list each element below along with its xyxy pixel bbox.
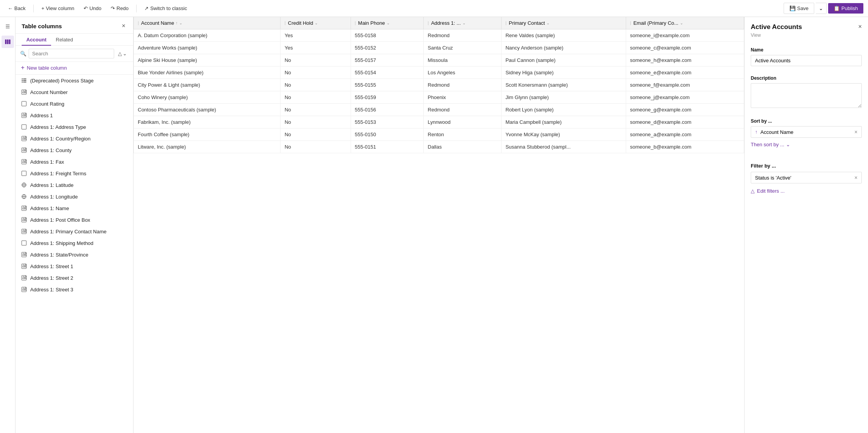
table-cell: Blue Yonder Airlines (sample) (134, 67, 281, 79)
column-header[interactable]: |Email (Primary Co...⌄ (626, 17, 744, 29)
redo-button[interactable]: ↷ Redo (108, 4, 132, 13)
new-column-label: New table column (27, 65, 67, 71)
sidebar-item[interactable]: abcAddress 1: Name (15, 202, 133, 214)
table-cell: Sidney Higa (sample) (502, 67, 626, 79)
filter-remove-button[interactable]: × (854, 175, 858, 181)
col-header-label: Address 1: ... (431, 20, 461, 26)
table-row[interactable]: Litware, Inc. (sample)No555-0151DallasSu… (134, 141, 744, 153)
col-header-label: Primary Contact (509, 20, 545, 26)
svg-text:abc: abc (22, 113, 27, 118)
save-button[interactable]: 💾 Save (784, 3, 815, 14)
column-type-icon (21, 193, 27, 200)
grid-container[interactable]: |Account Name↑⌄|Credit Hold⌄|Main Phone⌄… (134, 17, 744, 433)
col-divider-icon: | (630, 21, 631, 25)
sidebar-item[interactable]: abcAddress 1: Primary Contact Name (15, 226, 133, 237)
sort-item: ↑ Account Name × (751, 126, 862, 138)
sort-dropdown-icon[interactable]: ⌄ (462, 21, 466, 25)
column-label: Address 1: County (30, 147, 72, 153)
sidebar-item[interactable]: abcAddress 1: Street 2 (15, 272, 133, 284)
sort-dropdown-icon[interactable]: ⌄ (387, 21, 390, 25)
sidebar-item[interactable]: Address 1: Shipping Method (15, 237, 133, 249)
svg-rect-21 (22, 171, 26, 176)
sidebar-item[interactable]: (Deprecated) Process Stage (15, 75, 133, 86)
sidebar-item[interactable]: abcAddress 1: Post Office Box (15, 214, 133, 226)
table-row[interactable]: A. Datum Corporation (sample)Yes555-0158… (134, 29, 744, 42)
column-header[interactable]: |Account Name↑⌄ (134, 17, 281, 29)
sort-dropdown-icon[interactable]: ⌄ (315, 21, 318, 25)
table-row[interactable]: Alpine Ski House (sample)No555-0157Misso… (134, 54, 744, 67)
save-dropdown-button[interactable]: ⌄ (816, 3, 827, 14)
table-row[interactable]: Coho Winery (sample)No555-0159PhoenixJim… (134, 91, 744, 104)
column-label: (Deprecated) Process Stage (30, 78, 94, 84)
column-type-icon: abc (21, 89, 27, 95)
sidebar-item[interactable]: Address 1: Latitude (15, 179, 133, 191)
svg-text:abc: abc (22, 287, 27, 292)
sidebar-item[interactable]: abcAccount Number (15, 86, 133, 98)
table-cell: Alpine Ski House (sample) (134, 54, 281, 67)
table-cell: 555-0154 (351, 67, 424, 79)
svg-rect-2 (9, 39, 10, 44)
edit-filters-button[interactable]: △ Edit filters ... (751, 187, 785, 195)
table-cell: 555-0151 (351, 141, 424, 153)
svg-rect-14 (22, 125, 26, 129)
column-type-icon: abc (21, 205, 27, 211)
sort-dropdown-icon[interactable]: ⌄ (546, 21, 550, 25)
column-header[interactable]: |Primary Contact⌄ (502, 17, 626, 29)
switch-classic-button[interactable]: ↗ Switch to classic (141, 4, 190, 13)
view-column-button[interactable]: + View column (38, 4, 77, 13)
name-input[interactable] (751, 55, 862, 66)
sidebar-item[interactable]: Account Rating (15, 98, 133, 110)
table-cell: Litware, Inc. (sample) (134, 141, 281, 153)
columns-icon[interactable] (2, 36, 14, 48)
sidebar-item[interactable]: Address 1: Longitude (15, 191, 133, 202)
column-header[interactable]: |Credit Hold⌄ (281, 17, 351, 29)
search-input[interactable] (29, 49, 114, 58)
sort-dropdown-icon[interactable]: ⌄ (680, 21, 683, 25)
column-header[interactable]: |Address 1: ...⌄ (424, 17, 502, 29)
sidebar-item[interactable]: abcAddress 1: Fax (15, 156, 133, 168)
column-header[interactable]: |Main Phone⌄ (351, 17, 424, 29)
column-type-icon: abc (21, 275, 27, 281)
column-label: Address 1: Street 2 (30, 275, 73, 281)
table-row[interactable]: City Power & Light (sample)No555-0155Red… (134, 79, 744, 91)
sort-remove-button[interactable]: × (854, 129, 858, 135)
sidebar-item[interactable]: abcAddress 1: County (15, 144, 133, 156)
back-icon: ← (8, 5, 13, 11)
hamburger-menu-icon[interactable]: ☰ (2, 20, 14, 33)
filter-button[interactable]: △ ⌄ (116, 49, 128, 58)
sidebar-close-button[interactable]: × (120, 22, 127, 30)
svg-text:abc: abc (22, 147, 27, 152)
sidebar-item[interactable]: Address 1: Freight Terms (15, 168, 133, 179)
column-type-icon: abc (21, 286, 27, 293)
tab-related[interactable]: Related (51, 34, 78, 46)
description-input[interactable] (751, 83, 862, 108)
table-cell: Renton (424, 128, 502, 141)
back-button[interactable]: ← Back (5, 4, 29, 13)
new-column-button[interactable]: + New table column (15, 62, 133, 75)
table-row[interactable]: Fourth Coffee (sample)No555-0150RentonYv… (134, 128, 744, 141)
right-panel-close-button[interactable]: × (858, 23, 862, 30)
table-row[interactable]: Adventure Works (sample)Yes555-0152Santa… (134, 42, 744, 54)
tab-account[interactable]: Account (22, 34, 51, 46)
sort-dropdown-icon[interactable]: ⌄ (179, 21, 182, 25)
table-cell: Jim Glynn (sample) (502, 91, 626, 104)
publish-button[interactable]: 📋 Publish (828, 3, 863, 14)
sidebar-item[interactable]: abcAddress 1: Country/Region (15, 133, 133, 144)
table-row[interactable]: Fabrikam, Inc. (sample)No555-0153Lynnwoo… (134, 116, 744, 128)
then-sort-button[interactable]: Then sort by ... ⌄ (751, 140, 790, 149)
sidebar-item[interactable]: abcAddress 1 (15, 110, 133, 121)
sidebar-item[interactable]: abcAddress 1: Street 3 (15, 284, 133, 295)
sidebar-item[interactable]: abcAddress 1: State/Province (15, 249, 133, 260)
table-cell: 555-0153 (351, 116, 424, 128)
table-cell: Contoso Pharmaceuticals (sample) (134, 104, 281, 116)
svg-text:abc: abc (22, 217, 27, 222)
col-divider-icon: | (284, 21, 286, 25)
col-divider-icon: | (138, 21, 139, 25)
table-row[interactable]: Blue Yonder Airlines (sample)No555-0154L… (134, 67, 744, 79)
column-type-icon (21, 182, 27, 188)
svg-text:abc: abc (22, 252, 27, 257)
sidebar-item[interactable]: Address 1: Address Type (15, 121, 133, 133)
undo-button[interactable]: ↶ Undo (80, 4, 104, 13)
table-row[interactable]: Contoso Pharmaceuticals (sample)No555-01… (134, 104, 744, 116)
sidebar-item[interactable]: abcAddress 1: Street 1 (15, 260, 133, 272)
